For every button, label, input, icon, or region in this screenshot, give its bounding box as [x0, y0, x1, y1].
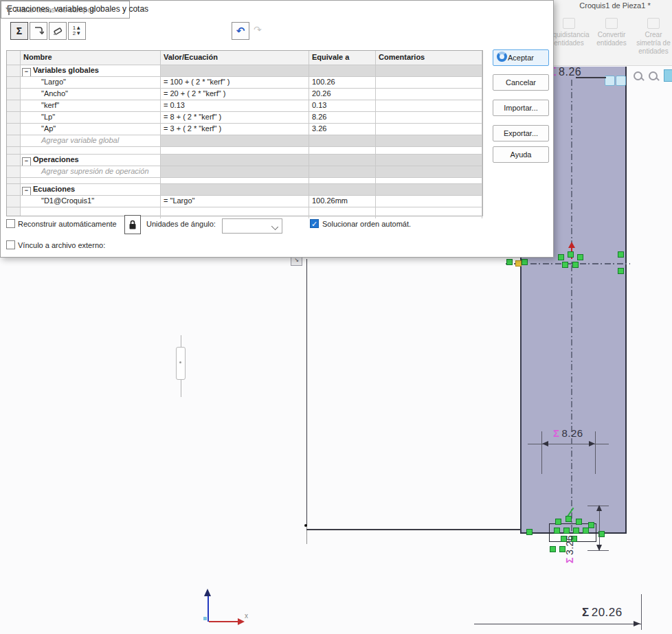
sketch-point[interactable]	[576, 519, 582, 525]
sketch-point[interactable]	[588, 522, 594, 528]
sketch-line-left[interactable]	[306, 259, 307, 526]
dim-mid-ext-right	[595, 431, 596, 474]
rebuild-label: Reconstruir automáticamente	[18, 220, 117, 228]
equations-table: Nombre Valor/Ecuación Equivale a Comenta…	[6, 50, 483, 216]
dim-slot-arrow-up	[596, 505, 602, 511]
dim-slot-arrow-down	[596, 545, 602, 551]
import-button[interactable]: Importar...	[493, 100, 549, 116]
table-spacer-row	[7, 178, 482, 184]
collapse-group-icon[interactable]: −	[22, 187, 31, 195]
table-group-row[interactable]: −Variables globales	[7, 65, 482, 77]
table-row[interactable]: "Largo" = 100 + ( 2 * "kerf" ) 100.26	[7, 77, 482, 89]
add-global-variable-row[interactable]: Agregar variable global	[7, 135, 482, 147]
sketch-point[interactable]	[558, 254, 564, 260]
table-spacer-row	[7, 147, 482, 155]
offset-entities-icon	[563, 18, 575, 29]
equation-view-button[interactable]: Σ	[10, 22, 28, 40]
origin-y-arrow	[204, 589, 211, 596]
redo-icon[interactable]: ↷	[254, 24, 262, 35]
help-button[interactable]: Ayuda	[493, 146, 549, 163]
zoom-area-icon[interactable]	[649, 71, 658, 80]
col-header-equivale[interactable]: Equivale a	[309, 51, 376, 65]
collapse-group-icon[interactable]: −	[22, 157, 31, 166]
solve-order-label: Solucionar orden automát.	[322, 220, 411, 228]
dim-bottom-ext	[641, 594, 642, 630]
table-row[interactable]: "Lp" = 8 + ( 2 * "kerf" ) 8.26	[7, 112, 482, 124]
table-row[interactable]: "kerf" = 0.13 0.13	[7, 100, 482, 112]
chevron-down-icon	[271, 223, 278, 230]
sketch-point[interactable]	[522, 259, 528, 265]
ribbon-button-mirror-entities[interactable]: Crear simetría de entidades	[632, 16, 672, 63]
sketch-point[interactable]	[550, 546, 556, 552]
table-row[interactable]: "D1@Croquis1" = "Largo" 100.26mm	[7, 196, 482, 207]
sketch-point[interactable]	[572, 262, 579, 268]
origin-x-label: x	[245, 612, 248, 620]
external-link-checkbox[interactable]	[6, 240, 15, 249]
export-button[interactable]: Exportar...	[493, 125, 549, 141]
centerline-vertical[interactable]	[571, 79, 572, 531]
sketch-equation-view-button[interactable]	[30, 22, 47, 40]
sketch-point[interactable]	[555, 519, 561, 525]
busy-cursor-icon	[497, 52, 507, 62]
sketch-point[interactable]	[618, 251, 624, 258]
sketch-line-bottom[interactable]	[306, 529, 521, 530]
ordered-view-button[interactable]: 1▲2▼	[68, 22, 86, 40]
lock-button[interactable]	[124, 215, 141, 234]
dimension-slot[interactable]: Σ3.26	[564, 523, 575, 563]
collapse-group-icon[interactable]: −	[22, 68, 31, 76]
solve-order-checkbox[interactable]: ✓	[310, 219, 319, 228]
table-group-row[interactable]: −Ecuaciones	[7, 184, 482, 196]
dim-bottom-line	[474, 624, 641, 624]
context-icon-a[interactable]	[605, 76, 615, 86]
undo-icon: ↶	[236, 25, 245, 37]
dim-bottom-arrow	[634, 621, 640, 626]
col-header-nombre[interactable]: Nombre	[21, 51, 161, 65]
ordered-list-icon: 1▲2▼	[73, 25, 81, 36]
table-group-row[interactable]: −Operaciones	[7, 155, 482, 166]
table-row[interactable]: "Ancho" = 20 + ( 2 * "kerf" ) 20.26	[7, 89, 482, 100]
table-row[interactable]: "Ap" = 3 + ( 2 * "kerf" ) 3.26	[7, 124, 482, 135]
ribbon-button-offset-entities[interactable]: Equidistanciar entidades	[548, 16, 590, 63]
context-icon-b[interactable]	[616, 76, 626, 86]
angle-units-dropdown[interactable]	[222, 218, 282, 234]
convert-entities-icon	[605, 18, 618, 29]
cancel-button[interactable]: Cancelar	[493, 74, 549, 91]
dim-mid-line	[528, 444, 609, 444]
sketch-point[interactable]	[526, 529, 533, 535]
dimension-bottom[interactable]: Σ20.26	[582, 606, 623, 620]
dimension-view-button[interactable]	[49, 22, 67, 40]
solidworks-window: Croquis1 de Pieza1 * Equidistanciar enti…	[0, 0, 672, 634]
lock-icon	[128, 220, 137, 230]
rebuild-checkbox[interactable]	[6, 219, 15, 228]
dimension-mid[interactable]: Σ8.26	[553, 427, 583, 439]
dialog-title: Ecuaciones, variables globales y cotas	[7, 4, 148, 14]
angle-units-label: Unidades de ángulo:	[146, 220, 216, 228]
sketch-point-yellow[interactable]	[515, 260, 522, 267]
origin-y-axis[interactable]	[208, 594, 209, 622]
col-header-valor[interactable]: Valor/Ecuación	[161, 51, 309, 65]
panel-collapse-tab[interactable]	[176, 347, 186, 380]
undo-button[interactable]: ↶	[232, 22, 249, 40]
dimension-top-line	[576, 77, 606, 78]
sketch-point[interactable]	[618, 268, 624, 274]
dimension-view-icon	[52, 25, 63, 36]
sketch-point[interactable]	[565, 516, 572, 522]
add-feature-suppression-row[interactable]: Agregar supresión de operación	[7, 166, 482, 178]
origin-x-axis[interactable]	[209, 621, 239, 622]
sketch-point[interactable]	[577, 254, 583, 260]
sketch-point[interactable]	[554, 528, 560, 534]
sketch-point[interactable]	[568, 251, 574, 258]
origin-point[interactable]	[203, 617, 207, 620]
origin-x-arrow	[238, 618, 245, 625]
col-header-comentarios[interactable]: Comentarios	[376, 51, 482, 65]
ribbon-button-convert-entities[interactable]: Convertir entidades	[592, 16, 631, 63]
sketch-vertex[interactable]	[304, 524, 307, 527]
sketch-point[interactable]	[562, 262, 568, 268]
sketch-point[interactable]	[583, 528, 589, 534]
sketch-point[interactable]	[506, 259, 513, 265]
view-settings-icon[interactable]	[664, 69, 672, 82]
sigma-view-icon: Σ	[16, 25, 22, 36]
dim-mid-arrow-right	[589, 441, 595, 446]
dim-mid-ext-left	[541, 431, 542, 474]
zoom-fit-icon[interactable]	[634, 71, 642, 80]
